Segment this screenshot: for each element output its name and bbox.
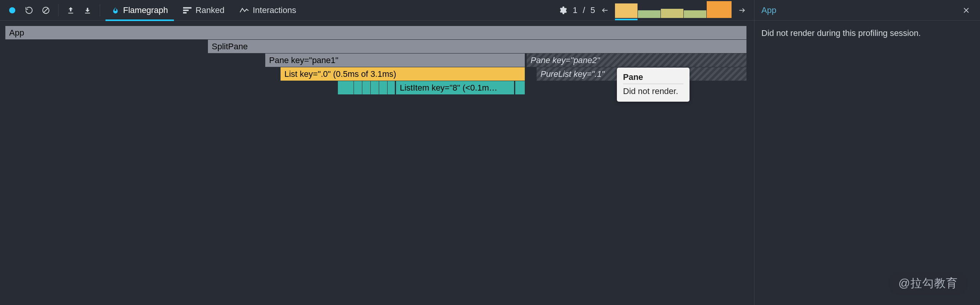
close-icon[interactable] (959, 3, 973, 17)
next-commit-icon[interactable] (735, 3, 749, 17)
commit-bar-4[interactable] (684, 10, 707, 18)
tab-flamegraph[interactable]: Flamegraph (105, 0, 174, 21)
flame-bar-listitems-group[interactable] (338, 81, 395, 94)
flame-label: List key=".0" (0.5ms of 3.1ms) (284, 69, 396, 79)
commit-total: 5 (591, 5, 595, 15)
commit-bar-5[interactable] (707, 1, 732, 18)
flame-bar-listitem-seg[interactable] (379, 81, 388, 94)
interactions-icon (240, 7, 249, 14)
commit-bar-1[interactable] (615, 3, 638, 18)
clear-icon[interactable] (39, 3, 53, 17)
sidebar-body: Did not render during this profiling ses… (754, 21, 980, 45)
flame-bar-pane2[interactable]: Pane key="pane2" (527, 54, 747, 67)
tab-label: Interactions (253, 5, 296, 15)
commit-bar-chart[interactable] (615, 3, 732, 18)
svg-point-0 (9, 7, 15, 13)
flame-icon (112, 6, 119, 15)
flame-bar-listitem-seg[interactable] (515, 81, 525, 94)
flame-bar-pane1[interactable]: Pane key="pane1" (265, 54, 525, 67)
details-sidebar: App Did not render during this profiling… (754, 0, 980, 305)
flame-bar-listitem-seg[interactable] (338, 81, 354, 94)
commit-sep: / (583, 5, 585, 15)
flame-label: App (9, 28, 24, 38)
flame-label: PureList key=".1" (540, 69, 605, 79)
settings-icon[interactable] (556, 3, 570, 17)
toolbar: Flamegraph Ranked Interactions 1 (0, 0, 754, 21)
divider (100, 4, 100, 16)
svg-line-2 (44, 8, 48, 12)
divider (58, 4, 58, 16)
tooltip: Pane Did not render. (617, 68, 690, 102)
flame-label: SplitPane (212, 42, 248, 52)
flame-label: Pane key="pane2" (531, 55, 600, 65)
ranked-icon (183, 7, 191, 14)
upload-icon[interactable] (64, 3, 78, 17)
commit-bar-3[interactable] (661, 9, 684, 18)
download-icon[interactable] (81, 3, 94, 17)
svg-rect-3 (68, 13, 73, 13)
tab-interactions[interactable]: Interactions (234, 0, 302, 21)
reload-icon[interactable] (22, 3, 36, 17)
tab-label: Ranked (195, 5, 224, 15)
flame-bar-listitem-seg[interactable] (362, 81, 371, 94)
svg-rect-7 (183, 12, 187, 13)
flame-bar-listitem-seg[interactable] (371, 81, 379, 94)
flame-label: ListItem key="8" (<0.1m… (400, 83, 497, 93)
commit-current: 1 (573, 5, 577, 15)
svg-rect-6 (183, 10, 189, 11)
flame-bar-listitem-seg[interactable] (354, 81, 362, 94)
tab-ranked[interactable]: Ranked (177, 0, 230, 21)
commit-bar-2[interactable] (638, 10, 661, 18)
svg-rect-5 (183, 7, 191, 8)
flamegraph-area: App SplitPane Pane key="pane1" Pane key=… (0, 21, 754, 100)
flame-bar-splitpane[interactable]: SplitPane (208, 40, 747, 53)
tab-label: Flamegraph (123, 5, 168, 15)
record-icon[interactable] (5, 3, 19, 17)
watermark: @拉勾教育 (888, 272, 969, 295)
flame-bar-listitem-seg[interactable] (388, 81, 395, 94)
flame-bar-listitem8[interactable]: ListItem key="8" (<0.1m… (396, 81, 514, 94)
flame-bar-list[interactable]: List key=".0" (0.5ms of 3.1ms) (281, 67, 525, 81)
flame-bar-app[interactable]: App (5, 26, 747, 39)
sidebar-title: App (761, 5, 776, 15)
commit-counter: 1 / 5 (573, 5, 595, 15)
svg-rect-4 (85, 13, 90, 13)
prev-commit-icon[interactable] (598, 3, 612, 17)
tooltip-body: Did not render. (623, 86, 683, 96)
tooltip-title: Pane (623, 72, 683, 84)
flame-label: Pane key="pane1" (269, 55, 338, 65)
